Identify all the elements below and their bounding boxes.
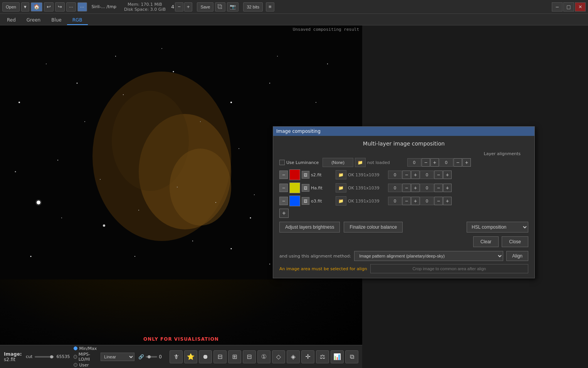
menu-button[interactable]: ≡ xyxy=(266,2,274,12)
layer1-x2-plus[interactable]: + xyxy=(443,171,452,179)
lum-x1-plus[interactable]: + xyxy=(430,158,439,167)
svg-point-31 xyxy=(200,121,201,122)
unsaved-label: Unsaved compositing result xyxy=(293,27,359,32)
layer3-x2-field[interactable] xyxy=(420,197,434,205)
lum-x1-minus[interactable]: − xyxy=(422,158,430,167)
minimize-button[interactable]: − xyxy=(552,2,563,12)
luminance-folder-btn[interactable]: 📁 xyxy=(355,158,366,167)
layer1-x1-minus[interactable]: − xyxy=(402,171,411,179)
tab-green[interactable]: Green xyxy=(21,16,46,25)
layer3-x2-minus[interactable]: − xyxy=(434,197,443,205)
tool-circle[interactable]: ⏺ xyxy=(199,350,212,363)
home-button[interactable]: 🏠 xyxy=(31,2,42,12)
layer1-x2-field[interactable] xyxy=(420,171,434,179)
alignment-method-dropdown[interactable]: Image pattern alignment (planetary/deep-… xyxy=(354,251,503,261)
hsl-dropdown[interactable]: HSL composition xyxy=(467,222,528,233)
open-button[interactable]: Open xyxy=(2,2,20,12)
layer3-x1-minus[interactable]: − xyxy=(402,197,411,205)
plus-icon-btn[interactable]: + xyxy=(184,2,193,12)
mips-radio-row[interactable]: MIPS-LO/HI xyxy=(74,352,97,362)
minmax-radio[interactable] xyxy=(74,346,77,350)
svg-point-9 xyxy=(115,56,116,57)
tool-diamond[interactable]: ◇ xyxy=(272,350,285,363)
cut-slider[interactable] xyxy=(35,356,54,358)
mips-radio[interactable] xyxy=(74,355,77,359)
tool-scale[interactable]: ⚖ xyxy=(316,350,329,363)
finalize-colour-button[interactable]: Finalize colour balance xyxy=(344,222,403,233)
tool-plus-box[interactable]: ⊞ xyxy=(228,350,241,363)
layer2-x2-field[interactable] xyxy=(420,184,434,192)
clear-button[interactable]: Clear xyxy=(473,236,499,247)
tool-chart[interactable]: 📊 xyxy=(331,350,344,363)
layer3-x2-plus[interactable]: + xyxy=(443,197,452,205)
layer-row-s2: − 🖼 s2.fit 📁 OK 1391x1039 − + − + xyxy=(279,169,528,180)
layer2-color-swatch[interactable] xyxy=(289,182,300,193)
user-radio-row[interactable]: User xyxy=(74,363,97,368)
user-radio[interactable] xyxy=(74,363,77,367)
svg-point-35 xyxy=(61,217,62,218)
layer2-x1-minus[interactable]: − xyxy=(402,184,411,192)
minus-icon-btn[interactable]: − xyxy=(175,2,183,12)
link-slider-thumb[interactable] xyxy=(148,355,151,358)
bits-button[interactable]: 32 bits xyxy=(243,2,262,12)
layer1-folder-btn[interactable]: 📁 xyxy=(336,170,346,179)
luminance-checkbox[interactable] xyxy=(279,160,285,165)
layer3-remove-btn[interactable]: − xyxy=(279,197,288,205)
cut-slider-thumb[interactable] xyxy=(50,355,53,358)
camera-button[interactable]: 📷 xyxy=(227,2,239,12)
layer3-color-swatch[interactable] xyxy=(289,196,300,206)
tool-diamond2[interactable]: ◈ xyxy=(287,350,300,363)
layer2-filename: Ha.fit xyxy=(311,186,334,191)
tool-layers[interactable]: ⧉ xyxy=(345,350,358,363)
link-slider[interactable] xyxy=(146,356,157,358)
lum-x1-field[interactable] xyxy=(407,158,421,167)
adjust-brightness-button[interactable]: Adjust layers brightness xyxy=(279,222,340,233)
image-name-value: s2.fit xyxy=(4,357,15,362)
dots-button[interactable]: ··· xyxy=(77,2,87,12)
tool-star[interactable]: ⭐ xyxy=(184,350,197,363)
tool-minus-box[interactable]: ⊟ xyxy=(213,350,227,363)
layer2-folder-btn[interactable]: 📁 xyxy=(336,183,346,192)
layer2-remove-btn[interactable]: − xyxy=(279,184,288,192)
copy-button[interactable]: ⿻ xyxy=(215,2,225,12)
minmax-radio-row[interactable]: Min/Max xyxy=(74,346,97,351)
dropdown-arrow-button[interactable]: ▾ xyxy=(21,2,29,12)
more-button[interactable]: ··· xyxy=(66,2,76,12)
close-window-button[interactable]: ✕ xyxy=(575,2,586,12)
maximize-button[interactable]: □ xyxy=(563,2,574,12)
layer2-x1-plus[interactable]: + xyxy=(411,184,420,192)
save-button[interactable]: Save xyxy=(197,2,213,12)
layer1-color-swatch[interactable] xyxy=(289,169,300,180)
linear-select[interactable]: Linear Log Sqrt Asinh AutoStretch xyxy=(101,353,134,361)
tab-blue[interactable]: Blue xyxy=(46,16,67,25)
layer2-x2-plus[interactable]: + xyxy=(443,184,452,192)
tool-knife[interactable]: 🗡 xyxy=(170,350,183,363)
lum-x2-minus[interactable]: − xyxy=(454,158,462,167)
layer1-x1-field[interactable] xyxy=(388,171,402,179)
cut-value: 65535 xyxy=(56,354,70,359)
crop-button[interactable]: Crop image to common area after align xyxy=(370,264,528,273)
image-info: Image: s2.fit xyxy=(4,351,22,362)
tool-arrows[interactable]: ✛ xyxy=(301,350,314,363)
layer3-folder-btn[interactable]: 📁 xyxy=(336,196,346,206)
layer1-remove-btn[interactable]: − xyxy=(279,171,288,179)
layer2-x2-minus[interactable]: − xyxy=(434,184,443,192)
layer3-x1-plus[interactable]: + xyxy=(411,197,420,205)
tool-number[interactable]: ① xyxy=(257,350,270,363)
layer1-x2-minus[interactable]: − xyxy=(434,171,443,179)
tool-grid[interactable]: ⊟ xyxy=(243,350,256,363)
layer3-x1-field[interactable] xyxy=(388,197,402,205)
tab-red[interactable]: Red xyxy=(2,16,21,25)
none-button[interactable]: (None) xyxy=(323,158,353,167)
layer2-x1-field[interactable] xyxy=(388,184,402,192)
close-button[interactable]: Close xyxy=(502,236,528,247)
redo-button[interactable]: ↪ xyxy=(55,2,65,12)
align-button[interactable]: Align xyxy=(506,251,528,261)
lum-x2-field[interactable] xyxy=(439,158,453,167)
luminance-row: Use Luminance (None) 📁 not loaded − + − … xyxy=(279,158,528,167)
tab-rgb[interactable]: RGB xyxy=(67,16,88,25)
lum-x2-plus[interactable]: + xyxy=(462,158,471,167)
layer1-x1-plus[interactable]: + xyxy=(411,171,420,179)
add-layer-button[interactable]: + xyxy=(279,209,289,218)
undo-button[interactable]: ↩ xyxy=(44,2,54,12)
